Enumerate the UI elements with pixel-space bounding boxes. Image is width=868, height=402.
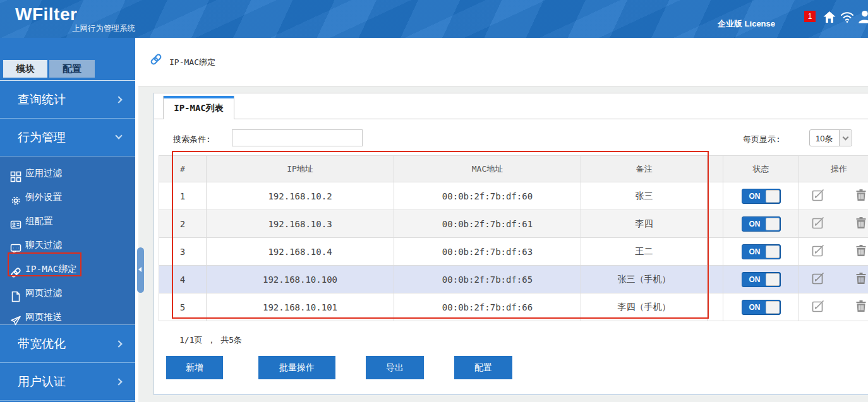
tab-ip-mac-list[interactable]: IP-MAC列表 [163, 96, 234, 119]
toggle-knob [766, 301, 780, 314]
sidebar-item-exceptions[interactable]: 例外设置 [0, 185, 135, 209]
active-tab-accent [164, 96, 234, 98]
table-row: 1 192.168.10.2 00:0b:2f:7b:df:60 张三 ON [159, 182, 868, 210]
sidebar-gutter [135, 38, 138, 402]
cell-status: ON [723, 238, 799, 266]
status-toggle[interactable]: ON [742, 300, 781, 315]
cell-actions [799, 210, 868, 238]
status-toggle[interactable]: ON [742, 189, 781, 204]
per-page-label: 每页显示: [743, 134, 781, 145]
table-row: 2 192.168.10.3 00:0b:2f:7b:df:61 李四 ON [159, 210, 868, 238]
cell-actions [799, 238, 868, 266]
gear-icon [10, 191, 21, 203]
chevron-down-icon [843, 134, 849, 141]
export-button[interactable]: 导出 [366, 356, 424, 379]
select-chevron-button[interactable] [839, 130, 852, 146]
cell-mac: 00:0b:2f:7b:df:61 [394, 210, 581, 238]
status-toggle[interactable]: ON [742, 216, 781, 232]
cell-actions [799, 266, 868, 293]
sidebar-item-chat-filter[interactable]: 聊天过滤 [0, 233, 135, 257]
add-button[interactable]: 新增 [166, 356, 223, 379]
cell-status: ON [723, 210, 799, 238]
cell-mac: 00:0b:2f:7b:df:60 [394, 182, 581, 210]
toggle-knob [766, 218, 780, 230]
cell-status: ON [723, 182, 799, 210]
app-logo: WFilter [15, 4, 77, 25]
home-icon[interactable] [822, 9, 837, 25]
sidebar-tab-config[interactable]: 配置 [49, 60, 95, 78]
sidebar-group-behavior-mgmt[interactable]: 行为管理 [0, 119, 135, 157]
delete-icon[interactable] [855, 244, 867, 259]
delete-icon[interactable] [855, 300, 867, 314]
batch-operation-button[interactable]: 批量操作 [258, 356, 335, 379]
cell-status: ON [723, 266, 799, 293]
per-page-select[interactable]: 10条 [809, 129, 852, 146]
sidebar-item-web-filter[interactable]: 网页过滤 [0, 281, 135, 305]
sidebar-tab-modules[interactable]: 模块 [3, 60, 47, 78]
tabstrip-divider [154, 119, 868, 119]
edit-icon[interactable] [811, 244, 825, 259]
sidebar-item-ip-mac-binding[interactable]: IP-MAC绑定 [0, 257, 135, 281]
edit-icon[interactable] [811, 188, 825, 204]
status-toggle[interactable]: ON [742, 244, 781, 259]
notification-badge[interactable]: 1 [804, 11, 816, 22]
cell-status: ON [723, 293, 799, 321]
chevron-right-icon [115, 378, 122, 385]
sidebar-item-app-filter[interactable]: 应用过滤 [0, 161, 135, 185]
sidebar-group-query-stats[interactable]: 查询统计 [0, 81, 135, 119]
delete-icon[interactable] [855, 272, 867, 287]
delete-icon[interactable] [855, 189, 867, 203]
col-status: 状态 [723, 156, 799, 182]
cell-mac: 00:0b:2f:7b:df:63 [394, 238, 581, 266]
cell-actions [799, 182, 868, 210]
cell-ip: 192.168.10.100 [207, 266, 394, 293]
cell-note: 张三（手机） [581, 266, 708, 293]
toggle-knob [766, 190, 780, 203]
cell-ip: 192.168.10.2 [207, 182, 394, 210]
sidebar-group-user-auth[interactable]: 用户认证 [0, 363, 135, 401]
search-input[interactable] [232, 129, 363, 146]
table-row: 5 192.168.10.101 00:0b:2f:7b:df:66 李四（手机… [159, 293, 868, 321]
cell-actions [799, 293, 868, 321]
edit-icon[interactable] [811, 299, 825, 315]
edit-icon[interactable] [811, 216, 825, 232]
wfilter-app: WFilter 上网行为管理系统 企业版 License 1 模块 配置 查询统… [0, 0, 868, 402]
cell-note: 王二 [581, 238, 708, 266]
table-header-row: # IP地址 MAC地址 备注 状态 操作 [159, 156, 868, 182]
col-actions: 操作 [799, 156, 868, 182]
breadcrumb-strip: IP-MAC绑定 [138, 38, 868, 86]
delete-icon[interactable] [855, 216, 867, 231]
cell-mac: 00:0b:2f:7b:df:65 [394, 266, 581, 293]
sidebar-item-group-config[interactable]: 组配置 [0, 209, 135, 233]
sidebar-group-bandwidth[interactable]: 带宽优化 [0, 325, 135, 363]
cell-index: 2 [159, 210, 207, 238]
page-icon [10, 287, 21, 299]
cell-spacer [708, 210, 723, 238]
sidebar-collapse-handle[interactable] [137, 247, 144, 293]
cell-note: 张三 [581, 182, 708, 210]
sidebar: 模块 配置 查询统计 行为管理 应用过滤 [0, 38, 135, 402]
cell-spacer [708, 266, 723, 293]
wifi-icon[interactable] [840, 9, 855, 25]
toggle-knob [766, 273, 780, 286]
sidebar-submenu: 应用过滤 例外设置 组配置 [0, 157, 135, 325]
cell-index: 5 [159, 293, 207, 321]
link-icon [150, 53, 162, 66]
grid-icon [10, 167, 21, 179]
app-header: WFilter 上网行为管理系统 企业版 License 1 [0, 0, 868, 38]
chevron-right-icon [115, 96, 122, 103]
cell-ip: 192.168.10.101 [207, 293, 394, 321]
collapse-arrow-icon [138, 267, 142, 272]
user-icon[interactable] [857, 8, 868, 23]
chevron-right-icon [115, 340, 122, 347]
col-ip: IP地址 [207, 156, 394, 182]
table-row: 3 192.168.10.4 00:0b:2f:7b:df:63 王二 ON [159, 238, 868, 266]
cell-index: 3 [159, 238, 207, 266]
main-panel: IP-MAC列表 搜索条件: 每页显示: 10条 # IP地址 MAC地址 备注… [154, 93, 868, 395]
license-label: 企业版 License [718, 18, 775, 30]
pagination-label: 1/1页 ， 共5条 [179, 334, 242, 346]
cell-index: 4 [159, 266, 207, 293]
status-toggle[interactable]: ON [742, 272, 781, 287]
edit-icon[interactable] [811, 271, 825, 287]
config-button[interactable]: 配置 [454, 356, 512, 379]
